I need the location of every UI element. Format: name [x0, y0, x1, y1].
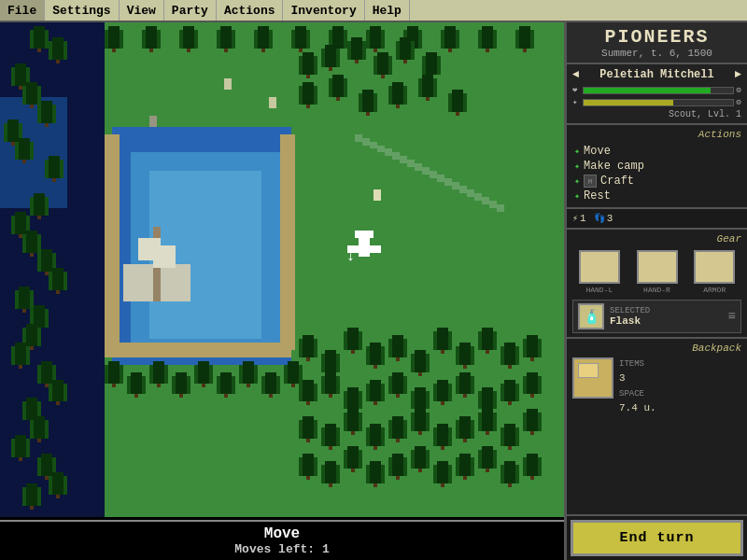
action-rest[interactable]: ✦ Rest	[572, 189, 741, 203]
backpack-icon[interactable]	[572, 357, 613, 399]
char-name-bar: ◄ Peletiah Mitchell ►	[572, 68, 741, 81]
hp-bar-outer	[583, 87, 734, 94]
menu-help[interactable]: Help	[365, 0, 410, 21]
menu-inventory[interactable]: Inventory	[283, 0, 364, 21]
menu-bar: File Settings View Party Actions Invento…	[0, 0, 747, 22]
game-title: PIONEERS	[572, 26, 741, 48]
hand-l-slot[interactable]	[579, 250, 620, 284]
space-label: SPACE	[619, 387, 656, 400]
action-bullet-1: ✦	[574, 146, 580, 157]
selected-label: SELECTED	[610, 306, 723, 315]
menu-settings[interactable]: Settings	[45, 0, 119, 21]
hand-r-label: HAND-R	[643, 286, 670, 294]
mp-value: 3	[607, 213, 613, 224]
end-turn-button[interactable]: End turn	[571, 520, 743, 556]
menu-view[interactable]: View	[120, 0, 164, 21]
hp-icon: ⚙	[737, 85, 741, 95]
action-bullet-4: ✦	[574, 190, 580, 202]
current-action-name: Move	[4, 525, 560, 542]
map-status: Move Moves left: 1	[0, 520, 564, 560]
mp-stat: 👣 3	[594, 213, 613, 224]
action-craft[interactable]: ✦ M Craft	[572, 174, 741, 189]
gear-slot-handr: HAND-R	[630, 250, 684, 294]
gear-section: Gear HAND-L HAND-R ARMOR 🧴 SELECTE	[567, 230, 747, 339]
sp-bar-fill	[584, 100, 673, 105]
armor-slot[interactable]	[694, 250, 735, 284]
items-count: 3	[619, 371, 656, 387]
panel-title: PIONEERS Summer, t. 6, 1500	[567, 22, 747, 64]
gear-title: Gear	[572, 233, 741, 245]
action-bullet-2: ✦	[574, 161, 580, 172]
action-bullet-3: ✦	[574, 175, 580, 187]
menu-actions[interactable]: Actions	[217, 0, 284, 21]
space-value: 7.4 u.	[619, 400, 656, 417]
hand-l-label: HAND-L	[585, 286, 613, 294]
right-panel: PIONEERS Summer, t. 6, 1500 ◄ Peletiah M…	[564, 22, 747, 560]
menu-party[interactable]: Party	[164, 0, 217, 21]
prev-char-button[interactable]: ◄	[572, 68, 579, 81]
character-name: Peletiah Mitchell	[599, 68, 713, 81]
sp-label: ✦	[572, 97, 580, 107]
selected-item[interactable]: 🧴 SELECTED Flask ≡	[572, 300, 741, 333]
selected-item-icon: 🧴	[578, 303, 604, 329]
next-char-button[interactable]: ►	[735, 68, 741, 81]
main-layout: ↓ Move Moves left: 1 PIONEERS Summer, t.…	[0, 22, 747, 560]
sp-bar-row: ✦ ⚙	[572, 97, 741, 107]
moves-left: Moves left: 1	[4, 542, 560, 556]
hand-r-slot[interactable]	[637, 250, 678, 284]
ap-value: 1	[580, 213, 586, 224]
selected-menu-icon[interactable]: ≡	[728, 309, 736, 324]
armor-label: ARMOR	[703, 286, 726, 294]
action-makecamp[interactable]: ✦ Make camp	[572, 159, 741, 174]
backpack-section: Backpack ITEMS 3 SPACE 7.4 u.	[567, 339, 747, 516]
actions-title: Actions	[572, 129, 741, 140]
hp-bar-row: ❤ ⚙	[572, 85, 741, 95]
backpack-content: ITEMS 3 SPACE 7.4 u.	[572, 357, 741, 417]
ap-stat: ⚡ 1	[572, 213, 586, 224]
mp-icon: 👣	[594, 213, 605, 224]
map-area[interactable]: ↓ Move Moves left: 1	[0, 22, 564, 560]
sp-bar-outer	[583, 99, 734, 106]
selected-item-name: Flask	[610, 315, 723, 327]
backpack-stats: ITEMS 3 SPACE 7.4 u.	[619, 357, 656, 417]
craft-icon-box: M	[584, 175, 597, 188]
gear-slots: HAND-L HAND-R ARMOR	[572, 250, 741, 294]
game-map[interactable]	[0, 22, 564, 517]
ap-icon: ⚡	[572, 213, 578, 224]
sp-icon: ⚙	[737, 97, 741, 107]
character-section: ◄ Peletiah Mitchell ► ❤ ⚙ ✦ ⚙ Scout, Lvl…	[567, 64, 747, 125]
backpack-title: Backpack	[572, 343, 741, 354]
stats-row: ⚡ 1 👣 3	[567, 209, 747, 230]
gear-slot-armor: ARMOR	[687, 250, 741, 294]
action-move[interactable]: ✦ Move	[572, 144, 741, 159]
gear-slot-handl: HAND-L	[572, 250, 627, 294]
selected-item-info: SELECTED Flask	[610, 306, 723, 327]
hp-bar-fill	[584, 88, 711, 93]
items-label: ITEMS	[619, 357, 656, 371]
game-date: Summer, t. 6, 1500	[572, 48, 741, 59]
menu-file[interactable]: File	[0, 0, 45, 21]
hp-label: ❤	[572, 85, 580, 95]
actions-section: Actions ✦ Move ✦ Make camp ✦ M Craft ✦ R…	[567, 125, 747, 209]
char-class: Scout, Lvl. 1	[572, 109, 741, 119]
